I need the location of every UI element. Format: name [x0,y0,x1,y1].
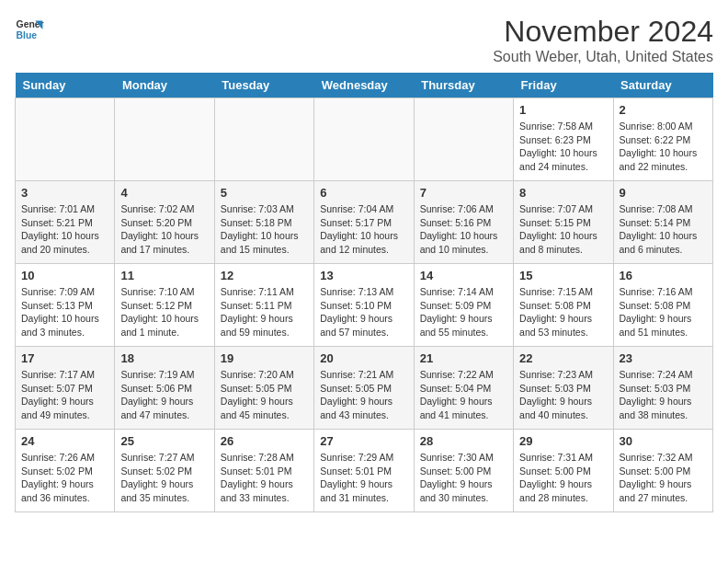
calendar-cell: 4Sunrise: 7:02 AM Sunset: 5:20 PM Daylig… [115,181,214,264]
day-number: 9 [620,186,707,200]
day-number: 3 [21,186,108,200]
day-number: 5 [221,186,308,200]
day-number: 10 [21,269,108,282]
calendar-cell: 21Sunrise: 7:22 AM Sunset: 5:04 PM Dayli… [414,347,513,430]
header-wednesday: Wednesday [314,73,414,98]
calendar-cell: 2Sunrise: 8:00 AM Sunset: 6:22 PM Daylig… [613,98,712,181]
calendar-cell: 9Sunrise: 7:08 AM Sunset: 5:14 PM Daylig… [613,181,712,264]
day-info: Sunrise: 7:06 AM Sunset: 5:16 PM Dayligh… [420,202,507,257]
week-row-2: 3Sunrise: 7:01 AM Sunset: 5:21 PM Daylig… [16,181,713,264]
day-info: Sunrise: 7:17 AM Sunset: 5:07 PM Dayligh… [21,368,108,422]
calendar-cell: 20Sunrise: 7:21 AM Sunset: 5:05 PM Dayli… [314,347,414,430]
day-number: 27 [320,434,407,448]
day-number: 30 [620,434,707,448]
calendar-cell: 6Sunrise: 7:04 AM Sunset: 5:17 PM Daylig… [314,181,414,264]
calendar-cell: 16Sunrise: 7:16 AM Sunset: 5:08 PM Dayli… [613,264,712,347]
calendar-table: SundayMondayTuesdayWednesdayThursdayFrid… [15,73,713,512]
day-number: 23 [620,351,707,365]
header-monday: Monday [115,73,214,98]
day-number: 2 [620,103,707,117]
location-title: South Weber, Utah, United States [493,49,713,65]
day-info: Sunrise: 7:28 AM Sunset: 5:01 PM Dayligh… [221,451,308,505]
day-info: Sunrise: 7:03 AM Sunset: 5:18 PM Dayligh… [221,202,308,257]
calendar-cell [214,98,313,181]
calendar-cell: 18Sunrise: 7:19 AM Sunset: 5:06 PM Dayli… [115,347,214,430]
day-info: Sunrise: 7:10 AM Sunset: 5:12 PM Dayligh… [120,285,208,339]
day-info: Sunrise: 7:19 AM Sunset: 5:06 PM Dayligh… [120,368,208,422]
calendar-cell: 24Sunrise: 7:26 AM Sunset: 5:02 PM Dayli… [16,430,115,512]
day-info: Sunrise: 7:30 AM Sunset: 5:00 PM Dayligh… [420,451,507,505]
day-number: 26 [221,434,308,448]
day-number: 22 [519,351,607,365]
day-number: 29 [519,434,607,448]
title-section: November 2024 South Weber, Utah, United … [493,15,713,65]
day-info: Sunrise: 7:16 AM Sunset: 5:08 PM Dayligh… [620,285,707,339]
day-number: 19 [221,351,308,365]
logo: General Blue [15,15,44,44]
calendar-cell: 29Sunrise: 7:31 AM Sunset: 5:00 PM Dayli… [514,430,613,512]
day-info: Sunrise: 7:01 AM Sunset: 5:21 PM Dayligh… [21,202,108,257]
week-row-5: 24Sunrise: 7:26 AM Sunset: 5:02 PM Dayli… [16,430,713,512]
day-info: Sunrise: 7:20 AM Sunset: 5:05 PM Dayligh… [221,368,308,422]
day-info: Sunrise: 8:00 AM Sunset: 6:22 PM Dayligh… [620,120,707,174]
calendar-cell: 10Sunrise: 7:09 AM Sunset: 5:13 PM Dayli… [16,264,115,347]
day-number: 17 [21,351,108,365]
day-number: 25 [120,434,208,448]
week-row-4: 17Sunrise: 7:17 AM Sunset: 5:07 PM Dayli… [16,347,713,430]
calendar-cell: 22Sunrise: 7:23 AM Sunset: 5:03 PM Dayli… [514,347,613,430]
calendar-cell: 26Sunrise: 7:28 AM Sunset: 5:01 PM Dayli… [214,430,313,512]
header-tuesday: Tuesday [214,73,313,98]
day-info: Sunrise: 7:11 AM Sunset: 5:11 PM Dayligh… [221,285,308,339]
calendar-cell: 3Sunrise: 7:01 AM Sunset: 5:21 PM Daylig… [16,181,115,264]
day-number: 1 [519,103,607,117]
header-saturday: Saturday [613,73,712,98]
day-number: 20 [320,351,407,365]
day-number: 13 [320,269,407,282]
day-info: Sunrise: 7:22 AM Sunset: 5:04 PM Dayligh… [420,368,507,422]
day-info: Sunrise: 7:58 AM Sunset: 6:23 PM Dayligh… [519,120,607,174]
day-info: Sunrise: 7:02 AM Sunset: 5:20 PM Dayligh… [120,202,208,257]
day-info: Sunrise: 7:15 AM Sunset: 5:08 PM Dayligh… [519,285,607,339]
day-info: Sunrise: 7:09 AM Sunset: 5:13 PM Dayligh… [21,285,108,339]
day-number: 14 [420,269,507,282]
month-title: November 2024 [493,15,713,49]
calendar-cell: 28Sunrise: 7:30 AM Sunset: 5:00 PM Dayli… [414,430,513,512]
calendar-cell [16,98,115,181]
day-info: Sunrise: 7:21 AM Sunset: 5:05 PM Dayligh… [320,368,407,422]
calendar-cell: 13Sunrise: 7:13 AM Sunset: 5:10 PM Dayli… [314,264,414,347]
calendar-cell: 25Sunrise: 7:27 AM Sunset: 5:02 PM Dayli… [115,430,214,512]
day-number: 4 [120,186,208,200]
day-number: 7 [420,186,507,200]
day-number: 28 [420,434,507,448]
day-info: Sunrise: 7:04 AM Sunset: 5:17 PM Dayligh… [320,202,407,257]
day-info: Sunrise: 7:31 AM Sunset: 5:00 PM Dayligh… [519,451,607,505]
day-info: Sunrise: 7:26 AM Sunset: 5:02 PM Dayligh… [21,451,108,505]
header-friday: Friday [514,73,613,98]
calendar-cell: 12Sunrise: 7:11 AM Sunset: 5:11 PM Dayli… [214,264,313,347]
calendar-cell: 11Sunrise: 7:10 AM Sunset: 5:12 PM Dayli… [115,264,214,347]
calendar-cell: 8Sunrise: 7:07 AM Sunset: 5:15 PM Daylig… [514,181,613,264]
calendar-cell [414,98,513,181]
svg-text:Blue: Blue [17,30,38,40]
calendar-header-row: SundayMondayTuesdayWednesdayThursdayFrid… [16,73,713,98]
day-info: Sunrise: 7:32 AM Sunset: 5:00 PM Dayligh… [620,451,707,505]
calendar-cell: 27Sunrise: 7:29 AM Sunset: 5:01 PM Dayli… [314,430,414,512]
day-number: 12 [221,269,308,282]
page-header: General Blue November 2024 South Weber, … [15,15,713,65]
day-number: 24 [21,434,108,448]
day-info: Sunrise: 7:08 AM Sunset: 5:14 PM Dayligh… [620,202,707,257]
day-number: 8 [519,186,607,200]
day-info: Sunrise: 7:27 AM Sunset: 5:02 PM Dayligh… [120,451,208,505]
day-info: Sunrise: 7:14 AM Sunset: 5:09 PM Dayligh… [420,285,507,339]
day-number: 6 [320,186,407,200]
calendar-cell: 7Sunrise: 7:06 AM Sunset: 5:16 PM Daylig… [414,181,513,264]
day-info: Sunrise: 7:24 AM Sunset: 5:03 PM Dayligh… [620,368,707,422]
day-info: Sunrise: 7:07 AM Sunset: 5:15 PM Dayligh… [519,202,607,257]
calendar-cell [115,98,214,181]
header-thursday: Thursday [414,73,513,98]
calendar-cell: 15Sunrise: 7:15 AM Sunset: 5:08 PM Dayli… [514,264,613,347]
day-info: Sunrise: 7:29 AM Sunset: 5:01 PM Dayligh… [320,451,407,505]
calendar-cell [314,98,414,181]
logo-icon: General Blue [15,15,44,44]
day-number: 15 [519,269,607,282]
